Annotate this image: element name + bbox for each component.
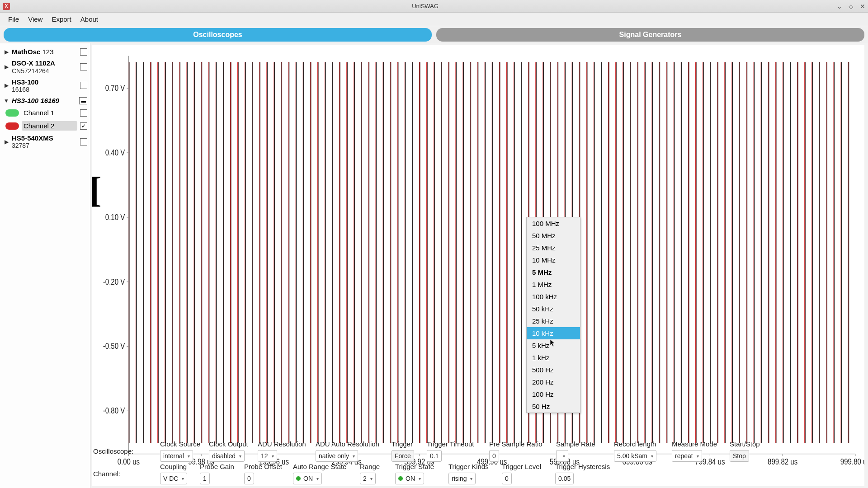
tree-node-checkbox[interactable] (80, 82, 87, 89)
sample-rate-option[interactable]: 50 kHz (527, 303, 580, 315)
sample-rate-option[interactable]: 50 Hz (527, 400, 580, 413)
channel-row-2[interactable]: Channel 2 ✓ (2, 119, 88, 132)
channel-checkbox[interactable]: ✓ (80, 122, 87, 130)
hdr-probe-gain: Probe Gain (200, 463, 234, 472)
adu-auto-select[interactable]: native only (316, 450, 358, 462)
app-icon: X (3, 3, 10, 10)
channel-row: Channel: CouplingV DC Probe Gain1 Probe … (93, 463, 864, 484)
plot-area[interactable]: 0.70 V0.40 V0.10 V-0.20 V-0.50 V-0.80 V … (92, 45, 864, 486)
tree-node-label: HS3-100 (12, 97, 38, 104)
main-area: ▶ MathOsc 123 ▶ DSO-X 1102ACN57214264 ▶ … (0, 43, 868, 488)
channel-label: Channel 2 (22, 121, 77, 131)
sample-rate-option[interactable]: 100 Hz (527, 388, 580, 400)
close-icon[interactable]: ✕ (860, 3, 865, 10)
sample-rate-option[interactable]: 10 kHz (527, 327, 580, 339)
trigger-hysteresis-input[interactable]: 0.05 (555, 473, 574, 484)
sample-rate-option[interactable]: 50 MHz (527, 230, 580, 242)
hdr-coupling: Coupling (160, 463, 187, 472)
hdr-adu-res: ADU Resolution (258, 440, 306, 449)
sample-rate-option[interactable]: 500 Hz (527, 364, 580, 376)
tab-signal-generators[interactable]: Signal Generators (436, 28, 864, 42)
auto-range-select[interactable]: ON (293, 473, 322, 484)
menu-about[interactable]: About (77, 14, 102, 25)
sample-rate-select[interactable] (556, 450, 568, 462)
trigger-kinds-select[interactable]: rising (448, 473, 476, 484)
row-label: Channel: (93, 470, 156, 478)
hdr-clock-output: Clock Output (209, 440, 248, 449)
force-trigger-button[interactable]: Force (392, 450, 414, 462)
chevron-down-icon[interactable]: ▼ (3, 98, 10, 104)
svg-text:-0.50 V: -0.50 V (103, 342, 125, 351)
status-dot-icon (398, 476, 403, 481)
minimize-icon[interactable]: ⌄ (837, 3, 842, 10)
pre-sample-input[interactable]: 0 (489, 450, 499, 462)
start-stop-button[interactable]: Stop (730, 450, 749, 462)
tree-node-hs3-16169[interactable]: ▼ HS3-100 16169 ▬ (2, 95, 88, 106)
channel-row-1[interactable]: Channel 1 (2, 106, 88, 119)
tab-oscilloscopes[interactable]: Oscilloscopes (4, 28, 432, 42)
hdr-meas-mode: Measure Mode (672, 440, 717, 449)
svg-text:0.10 V: 0.10 V (105, 213, 125, 222)
record-length-select[interactable]: 5.00 kSam (614, 450, 656, 462)
hdr-trig-hyst: Trigger Hysteresis (555, 463, 610, 472)
tree-node-label: MathOsc (12, 48, 40, 56)
svg-text:0.40 V: 0.40 V (105, 148, 125, 158)
hdr-sample-rate: Sample Rate (556, 440, 595, 449)
menu-file[interactable]: File (5, 14, 23, 25)
tree-node-mathosc[interactable]: ▶ MathOsc 123 (2, 46, 88, 57)
sample-rate-option[interactable]: 100 MHz (527, 217, 580, 230)
sample-rate-option[interactable]: 1 MHz (527, 278, 580, 291)
hdr-trigger: Trigger (392, 440, 413, 449)
sample-rate-option[interactable]: 100 kHz (527, 291, 580, 303)
probe-gain-input[interactable]: 1 (200, 473, 210, 484)
tree-node-dsox[interactable]: ▶ DSO-X 1102ACN57214264 (2, 57, 88, 76)
measure-mode-select[interactable]: repeat (672, 450, 702, 462)
maximize-icon[interactable]: ◇ (849, 3, 854, 10)
probe-offset-input[interactable]: 0 (244, 473, 254, 484)
channel-label: Channel 1 (22, 108, 77, 117)
tree-node-hs3-16168[interactable]: ▶ HS3-10016168 (2, 76, 88, 95)
channel-checkbox[interactable] (80, 109, 87, 117)
tree-node-hs5[interactable]: ▶ HS5-540XMS32787 (2, 132, 88, 151)
sample-rate-option[interactable]: 25 MHz (527, 242, 580, 254)
device-tree: ▶ MathOsc 123 ▶ DSO-X 1102ACN57214264 ▶ … (0, 43, 90, 488)
sample-rate-option[interactable]: 200 Hz (527, 376, 580, 388)
trigger-timeout-input[interactable]: 0.1 (427, 450, 442, 462)
sample-rate-option[interactable]: 5 kHz (527, 339, 580, 352)
sample-rate-option[interactable]: 1 kHz (527, 352, 580, 364)
svg-text:-0.80 V: -0.80 V (103, 406, 125, 416)
hdr-startstop: Start/Stop (730, 440, 760, 449)
tree-node-sub: 32787 (12, 142, 78, 149)
titlebar: X UniSWAG ⌄ ◇ ✕ (0, 0, 868, 13)
row-label: Oscilloscope: (93, 447, 156, 455)
chevron-right-icon[interactable]: ▶ (3, 49, 10, 55)
tree-node-label: DSO-X 1102A (12, 59, 55, 67)
tree-node-checkbox[interactable] (80, 48, 87, 56)
hdr-trig-timeout: Trigger Timeout (427, 440, 474, 449)
menu-view[interactable]: View (24, 14, 46, 25)
chevron-right-icon[interactable]: ▶ (3, 139, 10, 145)
adu-res-select[interactable]: 12 (258, 450, 277, 462)
hdr-trig-state: Trigger State (395, 463, 434, 472)
channel-color-swatch (5, 122, 19, 130)
tree-node-checkbox[interactable] (80, 63, 87, 70)
sample-rate-option[interactable]: 25 kHz (527, 315, 580, 327)
range-select[interactable]: 2 (360, 473, 376, 484)
clock-source-select[interactable]: internal (160, 450, 193, 462)
svg-text:-0.20 V: -0.20 V (103, 277, 125, 286)
tree-node-checkbox-mixed[interactable]: ▬ (79, 97, 87, 104)
clock-output-select[interactable]: disabled (209, 450, 245, 462)
hdr-trig-kinds: Trigger Kinds (448, 463, 489, 472)
chevron-right-icon[interactable]: ▶ (3, 82, 10, 89)
channel-color-swatch (5, 109, 19, 117)
chevron-right-icon[interactable]: ▶ (3, 64, 10, 70)
sample-rate-dropdown[interactable]: 100 MHz50 MHz25 MHz10 MHz5 MHz1 MHz100 k… (526, 217, 580, 413)
sample-rate-option[interactable]: 10 MHz (527, 254, 580, 266)
scope-plot[interactable]: 0.70 V0.40 V0.10 V-0.20 V-0.50 V-0.80 V … (92, 45, 864, 486)
menu-export[interactable]: Export (48, 14, 75, 25)
sample-rate-option[interactable]: 5 MHz (527, 266, 580, 278)
trigger-state-select[interactable]: ON (395, 473, 424, 484)
coupling-select[interactable]: V DC (160, 473, 187, 484)
trigger-level-input[interactable]: 0 (502, 473, 512, 484)
tree-node-checkbox[interactable] (80, 138, 87, 145)
